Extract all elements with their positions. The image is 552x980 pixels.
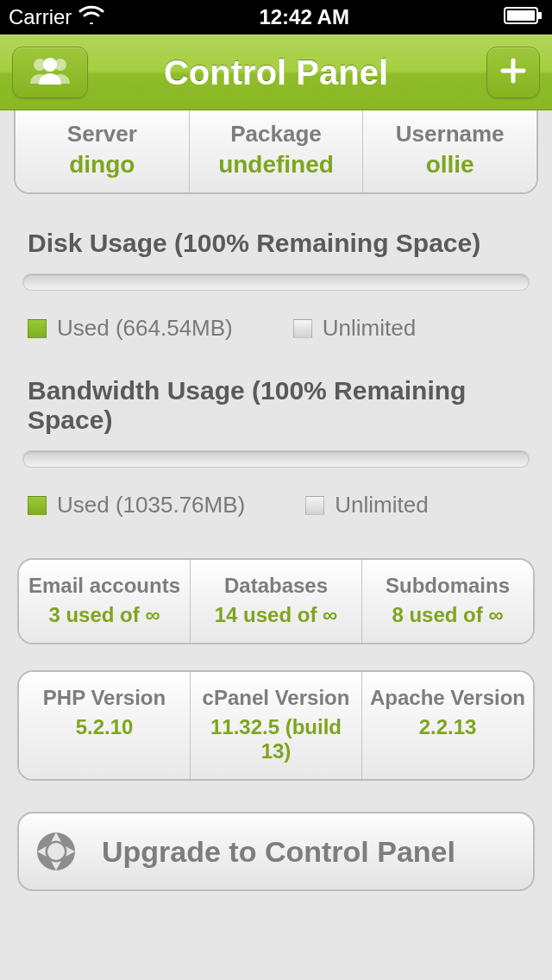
nav-bar: Control Panel <box>0 35 552 110</box>
battery-icon <box>504 5 543 29</box>
wifi-icon <box>78 5 104 29</box>
disk-limit-label: Unlimited <box>323 315 416 342</box>
version-cell-cpanel[interactable]: cPanel Version 11.32.5 (build 13) <box>191 672 362 779</box>
info-cell-package[interactable]: Package undefined <box>190 110 364 192</box>
bandwidth-usage-bar <box>22 450 530 468</box>
status-right <box>504 5 543 29</box>
status-bar: Carrier 12:42 AM <box>0 0 552 35</box>
svg-point-5 <box>43 58 57 72</box>
version-label: Apache Version <box>366 686 530 710</box>
quota-cell-subdomains[interactable]: Subdomains 8 used of ∞ <box>362 560 533 643</box>
quota-label: Databases <box>194 574 358 598</box>
bandwidth-usage-title: Bandwidth Usage (100% Remaining Space) <box>28 376 535 435</box>
people-icon <box>29 56 71 89</box>
svg-rect-2 <box>538 12 542 19</box>
quota-cell-email[interactable]: Email accounts 3 used of ∞ <box>19 560 191 643</box>
status-left: Carrier <box>9 5 104 29</box>
bandwidth-limit-label: Unlimited <box>335 492 428 518</box>
quota-value: 14 used of ∞ <box>194 603 358 627</box>
quota-cell-databases[interactable]: Databases 14 used of ∞ <box>191 560 362 643</box>
legend-swatch-limit-icon <box>293 319 312 338</box>
legend-swatch-used-icon <box>28 496 47 515</box>
version-cell-apache[interactable]: Apache Version 2.2.13 <box>362 672 533 779</box>
version-label: PHP Version <box>22 686 186 710</box>
quota-value: 8 used of ∞ <box>366 603 530 627</box>
info-label: Username <box>367 121 533 148</box>
legend-swatch-used-icon <box>28 319 47 338</box>
version-label: cPanel Version <box>194 686 358 710</box>
disk-limit-legend: Unlimited <box>293 315 416 342</box>
info-label: Package <box>193 121 360 148</box>
quota-label: Subdomains <box>366 574 530 598</box>
carrier-label: Carrier <box>9 5 72 29</box>
clock-label: 12:42 AM <box>259 5 348 29</box>
info-value: ollie <box>367 151 533 179</box>
info-cell-server[interactable]: Server dingo <box>16 110 190 192</box>
versions-group: PHP Version 5.2.10 cPanel Version 11.32.… <box>17 670 535 781</box>
info-value: dingo <box>19 151 185 179</box>
version-value: 2.2.13 <box>366 715 530 739</box>
version-cell-php[interactable]: PHP Version 5.2.10 <box>19 672 191 779</box>
content: Server dingo Package undefined Username … <box>0 110 552 891</box>
disk-legend: Used (664.54MB) Unlimited <box>28 315 535 342</box>
version-value: 11.32.5 (build 13) <box>194 715 358 763</box>
disk-usage-title: Disk Usage (100% Remaining Space) <box>28 229 535 258</box>
add-button[interactable] <box>486 47 540 98</box>
bandwidth-limit-legend: Unlimited <box>305 492 428 518</box>
quota-label: Email accounts <box>22 574 186 598</box>
info-value: undefined <box>193 151 360 179</box>
bandwidth-used-legend: Used (1035.76MB) <box>28 492 245 518</box>
bandwidth-legend: Used (1035.76MB) Unlimited <box>28 492 535 518</box>
disk-used-label: Used (664.54MB) <box>57 315 233 342</box>
legend-swatch-limit-icon <box>305 496 324 515</box>
svg-rect-1 <box>507 10 535 21</box>
disk-usage-bar <box>22 273 530 291</box>
plus-icon <box>500 58 526 87</box>
quota-group: Email accounts 3 used of ∞ Databases 14 … <box>17 558 535 644</box>
info-cell-username[interactable]: Username ollie <box>363 110 536 192</box>
accounts-button[interactable] <box>12 47 88 98</box>
upgrade-label: Upgrade to Control Panel <box>102 835 455 869</box>
upgrade-button[interactable]: Upgrade to Control Panel <box>17 812 535 891</box>
disk-used-legend: Used (664.54MB) <box>28 315 233 342</box>
version-value: 5.2.10 <box>22 715 186 739</box>
bandwidth-used-label: Used (1035.76MB) <box>57 492 245 518</box>
svg-point-7 <box>47 843 65 860</box>
info-group: Server dingo Package undefined Username … <box>14 110 538 194</box>
info-label: Server <box>19 121 185 148</box>
quota-value: 3 used of ∞ <box>22 603 186 627</box>
lifebuoy-icon <box>34 830 78 873</box>
